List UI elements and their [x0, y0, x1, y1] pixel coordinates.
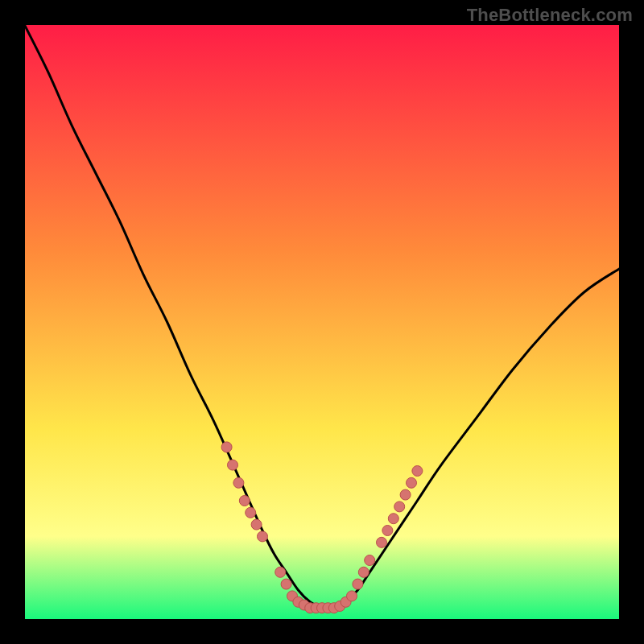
curve-marker [233, 477, 244, 488]
curve-marker [347, 591, 357, 601]
watermark-text: TheBottleneck.com [467, 5, 633, 26]
curve-marker [246, 507, 256, 518]
curve-marker [221, 442, 232, 452]
curve-marker [281, 579, 291, 589]
curve-marker [258, 531, 268, 542]
curve-marker [365, 555, 375, 566]
bottleneck-chart [0, 0, 644, 644]
curve-marker [251, 519, 262, 530]
curve-marker [239, 496, 250, 506]
curve-marker [377, 537, 387, 547]
curve-marker [400, 489, 411, 500]
curve-marker [358, 567, 369, 577]
curve-marker [412, 466, 423, 477]
curve-marker [353, 579, 363, 589]
curve-marker [388, 514, 398, 524]
curve-marker [228, 460, 238, 470]
curve-marker [382, 526, 393, 536]
curve-marker [407, 477, 417, 488]
curve-marker [394, 502, 405, 512]
curve-marker [275, 567, 286, 577]
plot-background [24, 24, 620, 620]
